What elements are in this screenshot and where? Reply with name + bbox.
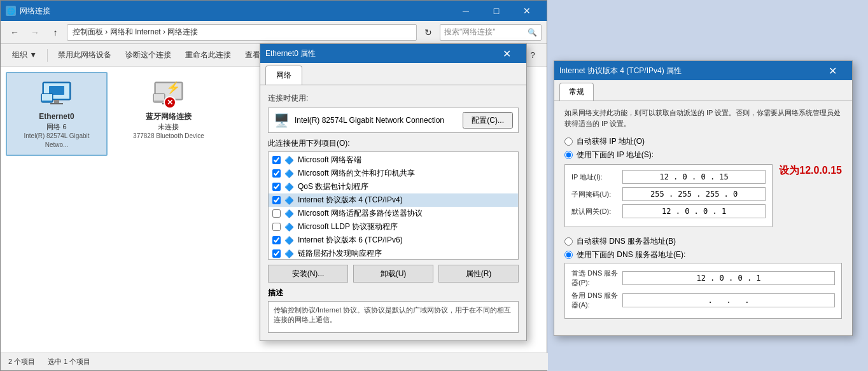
- gateway-label: 默认网关(D):: [571, 207, 622, 216]
- ip-address-input[interactable]: [622, 170, 766, 184]
- manual-ip-option[interactable]: 使用下面的 IP 地址(S):: [564, 150, 842, 160]
- ethernet-dialog-body: 连接时使用: 🖥️ Intel(R) 82574L Gigabit Networ…: [260, 85, 526, 340]
- organize-button[interactable]: 组织 ▼: [6, 46, 43, 64]
- item-label-7: 链路层拓扑发现响应程序: [298, 248, 382, 259]
- separator-1: [47, 49, 48, 62]
- subnet-row: 子网掩码(U):: [571, 187, 766, 201]
- disable-label: 禁用此网络设备: [58, 50, 111, 60]
- item-label-1: Microsoft 网络的文件和打印机共享: [298, 168, 415, 179]
- ip-annotation: 设为12.0.0.15: [779, 164, 842, 178]
- item-label-6: Internet 协议版本 6 (TCP/IPv6): [298, 235, 403, 246]
- ip-address-label: IP 地址(I):: [571, 172, 622, 182]
- maximize-button[interactable]: □: [482, 1, 511, 21]
- tab-general[interactable]: 常规: [559, 83, 594, 101]
- ethernet-dialog-close[interactable]: ✕: [492, 44, 521, 63]
- manual-dns-radio[interactable]: [564, 251, 573, 259]
- disable-device-button[interactable]: 禁用此网络设备: [52, 46, 118, 64]
- item-checkbox-4[interactable]: [272, 209, 281, 218]
- auto-dns-label: 自动获得 DNS 服务器地址(B): [577, 236, 676, 247]
- list-item[interactable]: 🔷链路层拓扑发现响应程序: [269, 247, 518, 260]
- bluetooth-symbol: ⚡: [166, 81, 180, 95]
- subnet-label: 子网掩码(U):: [571, 190, 622, 199]
- address-path[interactable]: 控制面板 › 网络和 Internet › 网络连接: [67, 24, 417, 41]
- status-bar: 2 个项目 选中 1 个项目: [1, 353, 548, 370]
- forward-button[interactable]: →: [26, 24, 44, 41]
- minimize-button[interactable]: ─: [451, 1, 480, 21]
- item-label-3: Internet 协议版本 4 (TCP/IPv4): [298, 195, 403, 206]
- gateway-input[interactable]: [622, 204, 766, 218]
- item-label-5: Microsoft LLDP 协议驱动程序: [298, 221, 398, 232]
- auto-ip-radio[interactable]: [564, 137, 573, 146]
- item-label-0: Microsoft 网络客端: [298, 155, 361, 165]
- alternate-dns-input[interactable]: [622, 293, 835, 307]
- item-checkbox-5[interactable]: [272, 223, 281, 231]
- item-count: 2 个项目: [8, 357, 35, 367]
- manual-dns-option[interactable]: 使用下面的 DNS 服务器地址(E):: [564, 249, 842, 260]
- rename-label: 重命名此连接: [185, 50, 231, 60]
- gateway-row: 默认网关(D):: [571, 204, 766, 218]
- adapter-box: 🖥️ Intel(R) 82574L Gigabit Network Conne…: [268, 108, 519, 133]
- auto-dns-option[interactable]: 自动获得 DNS 服务器地址(B): [564, 236, 842, 247]
- list-item[interactable]: 🔷Microsoft 网络适配器多路传送器协议: [269, 207, 518, 220]
- item-icon: 🔷: [284, 156, 294, 165]
- search-box[interactable]: 搜索"网络连接" 🔍: [440, 24, 542, 41]
- ipv4-description: 如果网络支持此功能，则可以获取自动派送的 IP 设置。否则，你需要从网络系统管理…: [564, 108, 842, 129]
- ethernet-dialog-title-bar: Ethernet0 属性 ✕: [260, 44, 526, 63]
- item-label-4: Microsoft 网络适配器多路传送器协议: [298, 208, 423, 219]
- window-title: 网络连接: [20, 6, 50, 17]
- bluetooth-icon: ✕ ⚡: [148, 78, 189, 109]
- uninstall-button[interactable]: 卸载(U): [353, 265, 433, 283]
- svg-rect-6: [42, 94, 52, 101]
- selected-count: 选中 1 个项目: [48, 357, 90, 367]
- description-label: 描述: [268, 288, 519, 298]
- back-button[interactable]: ←: [6, 24, 24, 41]
- title-bar-left: 🌐 网络连接: [6, 6, 50, 17]
- list-item[interactable]: 🔷Microsoft LLDP 协议驱动程序: [269, 220, 518, 234]
- manual-ip-label: 使用下面的 IP 地址(S):: [577, 150, 654, 160]
- item-checkbox-7[interactable]: [272, 249, 281, 258]
- ip-radio-group: 自动获得 IP 地址(O) 使用下面的 IP 地址(S):: [564, 136, 842, 160]
- tab-network[interactable]: 网络: [265, 66, 302, 85]
- up-button[interactable]: ↑: [46, 24, 64, 41]
- list-item[interactable]: 🔷Microsoft 网络的文件和打印机共享: [269, 167, 518, 180]
- item-checkbox-0[interactable]: [272, 156, 281, 164]
- ethernet-properties-dialog: Ethernet0 属性 ✕ 网络 连接时使用: 🖥️ Intel(R) 825…: [260, 43, 527, 341]
- item-checkbox-3[interactable]: [272, 196, 281, 204]
- manual-ip-radio[interactable]: [564, 151, 573, 159]
- network-card-bluetooth[interactable]: ✕ ⚡ 蓝牙网络连接 未连接 377828 Bluetooth Device: [118, 72, 220, 147]
- manual-dns-label: 使用下面的 DNS 服务器地址(E):: [577, 249, 685, 260]
- configure-button[interactable]: 配置(C)...: [463, 112, 513, 129]
- alternate-dns-row: 备用 DNS 服务器(A):: [571, 291, 835, 310]
- item-checkbox-2[interactable]: [272, 183, 281, 191]
- diagnose-button[interactable]: 诊断这个连接: [119, 46, 178, 64]
- list-item[interactable]: 🔷Internet 协议版本 6 (TCP/IPv6): [269, 234, 518, 247]
- ipv4-title-bar: Internet 协议版本 4 (TCP/IPv4) 属性 ✕: [554, 61, 852, 80]
- ethernet-tabs: 网络: [260, 63, 526, 85]
- rename-button[interactable]: 重命名此连接: [179, 46, 237, 64]
- network-card-ethernet0[interactable]: Ethernet0 网络 6 Intel(R) 82574L Gigabit N…: [6, 72, 108, 156]
- list-item[interactable]: 🔷Internet 协议版本 4 (TCP/IPv4): [269, 193, 518, 207]
- subnet-input[interactable]: [622, 187, 766, 201]
- refresh-button[interactable]: ↻: [419, 24, 437, 41]
- x-mark: ✕: [164, 96, 176, 109]
- close-button[interactable]: ✕: [512, 1, 542, 21]
- list-item[interactable]: 🔷QoS 数据包计划程序: [269, 180, 518, 193]
- primary-dns-input[interactable]: [622, 271, 835, 285]
- bluetooth-card-label: 蓝牙网络连接 未连接 377828 Bluetooth Device: [133, 111, 204, 141]
- item-icon: 🔷: [284, 169, 294, 178]
- ipv4-close-button[interactable]: ✕: [818, 61, 847, 80]
- items-label: 此连接使用下列项目(O):: [268, 138, 519, 149]
- list-item[interactable]: 🔷Microsoft 网络客端: [269, 153, 518, 167]
- search-icon: 🔍: [528, 28, 537, 37]
- item-checkbox-6[interactable]: [272, 236, 281, 244]
- install-button[interactable]: 安装(N)...: [268, 265, 348, 283]
- dns-fields-group: 首选 DNS 服务器(P): 备用 DNS 服务器(A):: [564, 263, 842, 319]
- auto-dns-radio[interactable]: [564, 237, 573, 246]
- item-checkbox-1[interactable]: [272, 169, 281, 178]
- primary-dns-row: 首选 DNS 服务器(P):: [571, 269, 835, 288]
- auto-ip-option[interactable]: 自动获得 IP 地址(O): [564, 136, 842, 147]
- properties-button[interactable]: 属性(R): [438, 265, 519, 283]
- description-text: 传输控制协议/Internet 协议。该协议是默认的广域网协议，用于在不同的相互…: [268, 301, 519, 333]
- title-buttons: ─ □ ✕: [451, 1, 542, 21]
- address-bar: ← → ↑ 控制面板 › 网络和 Internet › 网络连接 ↻ 搜索"网络…: [1, 21, 547, 44]
